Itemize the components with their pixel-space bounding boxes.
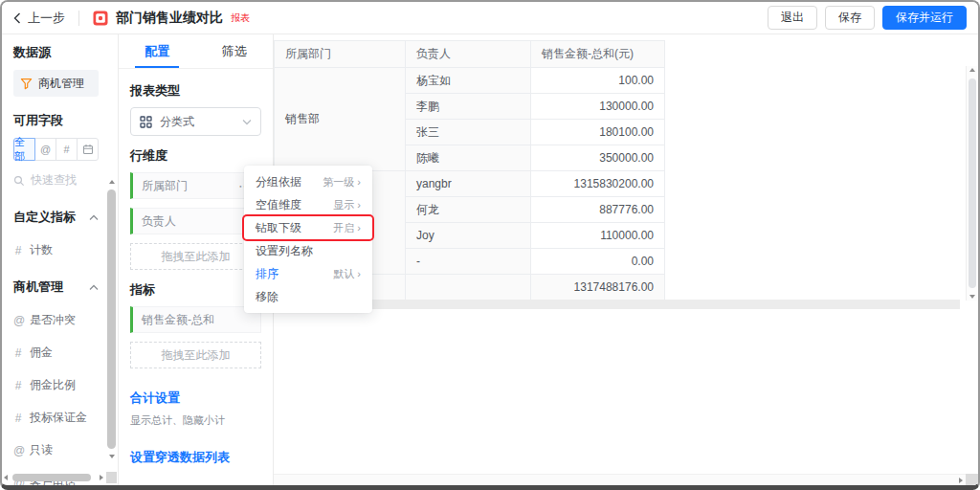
report-type-label: 报表类型 bbox=[130, 82, 261, 100]
scroll-left-icon[interactable] bbox=[4, 475, 8, 480]
datasource-heading: 数据源 bbox=[13, 44, 99, 61]
column-header-amount: 销售金额-总和(元) bbox=[531, 41, 665, 68]
page-title: 部门销售业绩对比 bbox=[116, 10, 223, 27]
field-type-icon: @ bbox=[13, 444, 23, 457]
field-item-投标保证金[interactable]: #投标保证金 bbox=[13, 410, 99, 426]
report-type-select[interactable]: 分类式 bbox=[130, 107, 261, 136]
scroll-up-icon[interactable] bbox=[969, 68, 975, 72]
menu-item-分组依据[interactable]: 分组依据第一级 › bbox=[244, 170, 372, 193]
menu-item-设置列名称[interactable]: 设置列名称 bbox=[244, 239, 372, 262]
menu-item-label: 设置列名称 bbox=[256, 243, 313, 259]
app-window: 上一步 部门销售业绩对比 报表 退出 保存 保存并运行 数据源 商机管理 bbox=[0, 0, 980, 490]
field-type-icon: # bbox=[13, 346, 23, 360]
menu-item-label: 移除 bbox=[256, 289, 278, 305]
row-dimension-label: 行维度 bbox=[130, 147, 261, 165]
amount-cell: 130000.00 bbox=[531, 94, 665, 120]
datasource-item[interactable]: 商机管理 bbox=[13, 70, 99, 97]
metric-list: 销售金额-总和 bbox=[130, 306, 261, 333]
scroll-up-icon[interactable] bbox=[109, 180, 115, 184]
field-type-icon: # bbox=[13, 244, 23, 257]
row-dimension-所属部门[interactable]: 所属部门⋯ bbox=[130, 172, 261, 199]
total-settings-link[interactable]: 合计设置 bbox=[130, 390, 261, 407]
field-type-icon: # bbox=[13, 379, 23, 392]
row-dimension-负责人[interactable]: 负责人 bbox=[130, 208, 261, 234]
field-group-header[interactable]: 商机管理 bbox=[13, 278, 99, 296]
field-item-计数[interactable]: #计数 bbox=[13, 242, 99, 258]
field-label: 只读 bbox=[30, 442, 53, 458]
drill-through-list-link[interactable]: 设置穿透数据列表 bbox=[130, 449, 261, 466]
filter-tab-all[interactable]: 全部 bbox=[13, 138, 35, 161]
filter-tab-number[interactable]: # bbox=[56, 138, 78, 161]
preview-canvas: 所属部门 负责人 销售金额-总和(元) 销售部杨宝如100.00李鹏130000… bbox=[274, 34, 978, 485]
metric-drop-zone[interactable]: 拖拽至此添加 bbox=[130, 342, 261, 368]
owner-cell: 李鹏 bbox=[406, 94, 531, 120]
menu-item-label: 排序 bbox=[256, 266, 278, 282]
field-group-header[interactable]: 自定义指标 bbox=[13, 209, 99, 226]
search-icon bbox=[13, 175, 25, 187]
amount-cell: 110000.00 bbox=[531, 223, 665, 249]
field-item-佣金[interactable]: #佣金 bbox=[13, 345, 99, 361]
field-item-佣金比例[interactable]: #佣金比例 bbox=[13, 377, 99, 393]
tab-config[interactable]: 配置 bbox=[119, 34, 196, 68]
context-menu: 分组依据第一级 ›空值维度显示 ›钻取下级开启 ›设置列名称排序默认 ›移除 bbox=[244, 166, 372, 313]
back-label: 上一步 bbox=[28, 10, 65, 27]
exit-button[interactable]: 退出 bbox=[768, 6, 817, 30]
field-group-title: 商机管理 bbox=[13, 278, 63, 296]
canvas-horizontal-scrollbar[interactable] bbox=[274, 474, 966, 485]
filter-tab-text[interactable]: @ bbox=[34, 138, 56, 161]
scroll-right-icon[interactable] bbox=[959, 478, 963, 483]
amount-cell: 1315830200.00 bbox=[531, 171, 665, 197]
scroll-right-icon[interactable] bbox=[100, 475, 103, 480]
save-and-run-button[interactable]: 保存并运行 bbox=[882, 6, 967, 30]
menu-item-空值维度[interactable]: 空值维度显示 › bbox=[244, 193, 372, 216]
metric-销售金额-总和[interactable]: 销售金额-总和 bbox=[130, 306, 261, 333]
amount-cell: 100.00 bbox=[531, 68, 665, 94]
owner-cell: Joy bbox=[406, 223, 531, 249]
table-row: 销售部杨宝如100.00 bbox=[275, 68, 665, 94]
datasource-sidebar: 数据源 商机管理 可用字段 全部 @ # bbox=[2, 34, 119, 485]
dimension-drop-zone[interactable]: 拖拽至此添加 bbox=[130, 243, 261, 270]
menu-item-排序[interactable]: 排序默认 › bbox=[244, 262, 372, 285]
back-button[interactable]: 上一步 bbox=[13, 10, 65, 27]
divider bbox=[78, 11, 79, 26]
topbar: 上一步 部门销售业绩对比 报表 退出 保存 保存并运行 bbox=[2, 2, 978, 34]
field-item-是否冲突[interactable]: @是否冲突 bbox=[13, 312, 99, 328]
scroll-down-icon[interactable] bbox=[969, 295, 975, 299]
scroll-down-icon[interactable] bbox=[109, 455, 115, 458]
dimension-label: 所属部门 bbox=[142, 178, 188, 194]
scrollbar-thumb[interactable] bbox=[12, 474, 91, 481]
column-header-department: 所属部门 bbox=[275, 41, 406, 68]
field-label: 计数 bbox=[30, 242, 53, 258]
available-fields-heading: 可用字段 bbox=[13, 112, 99, 129]
sidebar-groups: 自定义指标#计数商机管理@是否冲突#佣金#佣金比例#投标保证金@只读@客户电话@… bbox=[13, 209, 99, 485]
scrollbar-thumb[interactable] bbox=[969, 78, 976, 288]
owner-cell: 何龙 bbox=[406, 197, 531, 223]
funnel-icon bbox=[20, 78, 33, 90]
report-type-value: 分类式 bbox=[160, 114, 194, 130]
filter-tab-date[interactable] bbox=[77, 138, 99, 161]
table-horizontal-scrollbar[interactable] bbox=[274, 300, 960, 309]
chevron-up-icon[interactable] bbox=[89, 284, 99, 291]
quick-search-input[interactable]: 快速查找 bbox=[13, 172, 99, 189]
menu-item-value: 默认 › bbox=[333, 267, 361, 281]
chevron-left-icon bbox=[13, 12, 21, 24]
amount-cell: 350000.00 bbox=[531, 145, 665, 171]
amount-cell: 180100.00 bbox=[531, 120, 665, 145]
sidebar-horizontal-scrollbar[interactable] bbox=[4, 473, 103, 482]
sidebar-vertical-scrollbar[interactable] bbox=[106, 178, 117, 460]
field-label: 佣金 bbox=[30, 345, 53, 361]
chevron-up-icon[interactable] bbox=[89, 214, 99, 221]
scrollbar-thumb[interactable] bbox=[107, 189, 116, 449]
menu-item-value: 显示 › bbox=[333, 198, 361, 212]
menu-item-移除[interactable]: 移除 bbox=[244, 285, 372, 308]
search-placeholder: 快速查找 bbox=[31, 172, 77, 189]
table-header-row: 所属部门 负责人 销售金额-总和(元) bbox=[275, 41, 665, 68]
tab-filter[interactable]: 筛选 bbox=[196, 34, 274, 68]
field-type-icon: @ bbox=[13, 314, 23, 327]
canvas-vertical-scrollbar[interactable] bbox=[966, 66, 978, 301]
field-item-只读[interactable]: @只读 bbox=[13, 442, 99, 458]
menu-item-钻取下级[interactable]: 钻取下级开启 › bbox=[244, 216, 372, 239]
menu-item-label: 钻取下级 bbox=[256, 220, 301, 236]
total-settings-desc: 显示总计、隐藏小计 bbox=[130, 413, 261, 428]
save-button[interactable]: 保存 bbox=[825, 6, 875, 30]
